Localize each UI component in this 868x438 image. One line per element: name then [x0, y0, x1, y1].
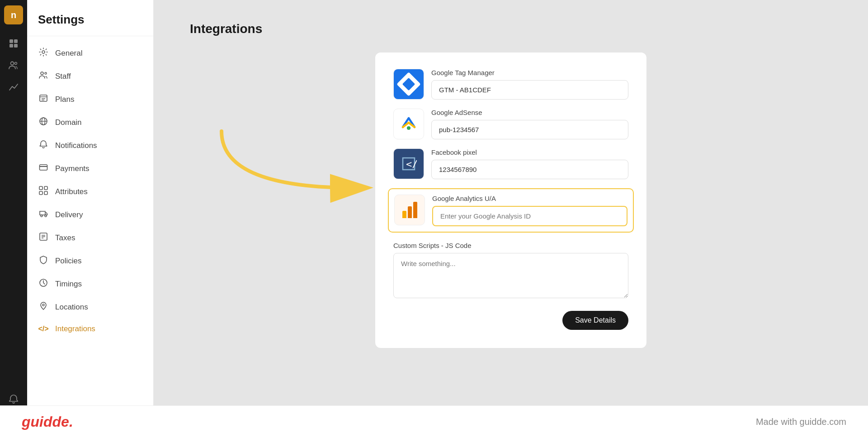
gtm-label: Google Tag Manager [431, 69, 628, 76]
svg-text:</>: </> [406, 158, 417, 170]
sidebar-item-plans-label: Plans [55, 95, 75, 104]
svg-rect-22 [44, 191, 47, 195]
svg-point-5 [15, 62, 17, 65]
domain-icon [38, 117, 49, 128]
adsense-input[interactable] [431, 120, 628, 139]
fbpixel-label: Facebook pixel [431, 148, 628, 156]
sidebar-nav: General Staff [27, 36, 153, 438]
page-title: Integrations [190, 22, 832, 36]
svg-point-8 [41, 72, 43, 75]
sidebar-item-plans[interactable]: Plans [27, 88, 153, 111]
adsense-label: Google AdSense [431, 109, 628, 116]
adsense-row: Google AdSense [393, 109, 628, 139]
sidebar-item-attributes-label: Attributes [55, 187, 88, 196]
gtm-row: Google Tag Manager [393, 69, 628, 100]
gtm-input[interactable] [431, 80, 628, 100]
sidebar-item-locations[interactable]: Locations [27, 295, 153, 319]
sidebar-item-general[interactable]: General [27, 42, 153, 65]
sidebar-item-taxes-label: Taxes [55, 233, 75, 243]
svg-rect-2 [9, 44, 13, 48]
adsense-logo [393, 109, 424, 139]
ga-row: Google Analytics U/A [388, 188, 634, 233]
ga-logo [394, 195, 425, 225]
sidebar-item-staff[interactable]: Staff [27, 65, 153, 88]
sidebar-item-integrations-label: Integrations [55, 324, 95, 333]
locations-icon [38, 301, 49, 313]
sidebar-item-notifications-label: Notifications [55, 141, 97, 150]
fbpixel-row: </> Facebook pixel [393, 148, 628, 179]
sidebar-item-domain-label: Domain [55, 118, 82, 127]
gtm-logo [393, 69, 424, 100]
sidebar-item-taxes[interactable]: Taxes [27, 226, 153, 249]
people-icon[interactable] [4, 55, 24, 75]
plans-icon [38, 94, 49, 105]
notifications-icon [38, 140, 49, 151]
custom-scripts-textarea[interactable] [393, 253, 628, 298]
integrations-icon: </> [38, 325, 49, 333]
sidebar-item-notifications[interactable]: Notifications [27, 134, 153, 157]
timings-icon [38, 278, 49, 290]
sidebar-item-general-label: General [55, 49, 82, 58]
svg-point-24 [45, 215, 47, 217]
policies-icon [38, 255, 49, 267]
payments-icon [38, 163, 49, 174]
svg-rect-20 [44, 186, 47, 190]
fbpixel-input[interactable] [431, 160, 628, 179]
sidebar-item-policies[interactable]: Policies [27, 249, 153, 272]
save-details-button[interactable]: Save Details [562, 311, 628, 330]
sidebar-title: Settings [27, 0, 153, 36]
integrations-card: Google Tag Manager Google AdSense [375, 52, 646, 348]
sidebar-item-staff-label: Staff [55, 72, 71, 81]
general-icon [38, 48, 49, 59]
svg-rect-17 [40, 165, 47, 170]
svg-point-4 [11, 62, 14, 65]
taxes-icon [38, 232, 49, 243]
made-with-text: Made with guidde.com [756, 417, 846, 427]
sidebar-item-timings-label: Timings [55, 280, 82, 289]
sidebar: Settings General [27, 0, 154, 438]
delivery-icon [38, 209, 49, 220]
sidebar-item-locations-label: Locations [55, 303, 88, 312]
icon-rail: n [0, 0, 27, 438]
svg-rect-21 [39, 191, 42, 195]
app-logo[interactable]: n [4, 5, 23, 24]
arrow-annotation [194, 118, 384, 208]
main-content: Integrations Google Tag Manager [154, 0, 868, 438]
svg-point-30 [42, 304, 44, 306]
sidebar-item-policies-label: Policies [55, 257, 82, 266]
custom-scripts-label: Custom Scripts - JS Code [393, 242, 628, 249]
ga-label: Google Analytics U/A [432, 195, 627, 202]
sidebar-item-timings[interactable]: Timings [27, 272, 153, 295]
custom-scripts-section: Custom Scripts - JS Code [393, 242, 628, 300]
sidebar-item-payments-label: Payments [55, 164, 90, 173]
sidebar-item-domain[interactable]: Domain [27, 111, 153, 134]
sidebar-item-delivery-label: Delivery [55, 210, 83, 219]
svg-rect-1 [14, 39, 18, 43]
svg-point-7 [42, 51, 45, 53]
guidde-logo: guidde. [22, 414, 73, 430]
staff-icon [38, 71, 49, 82]
svg-rect-0 [9, 39, 13, 43]
svg-rect-3 [14, 44, 18, 48]
svg-point-32 [407, 126, 410, 130]
grid-icon[interactable] [4, 33, 24, 53]
chart-icon[interactable] [4, 77, 24, 97]
save-btn-row: Save Details [393, 311, 628, 330]
ga-input[interactable] [432, 206, 627, 226]
fbpixel-logo: </> [393, 148, 424, 179]
svg-point-9 [45, 72, 47, 74]
svg-point-23 [41, 215, 42, 217]
bottom-bar: guidde. Made with guidde.com [0, 405, 868, 438]
svg-rect-19 [39, 186, 42, 190]
attributes-icon [38, 186, 49, 197]
sidebar-item-payments[interactable]: Payments [27, 157, 153, 180]
sidebar-item-delivery[interactable]: Delivery [27, 203, 153, 226]
svg-rect-10 [40, 95, 47, 101]
sidebar-item-attributes[interactable]: Attributes [27, 180, 153, 203]
sidebar-item-integrations[interactable]: </> Integrations [27, 319, 153, 339]
